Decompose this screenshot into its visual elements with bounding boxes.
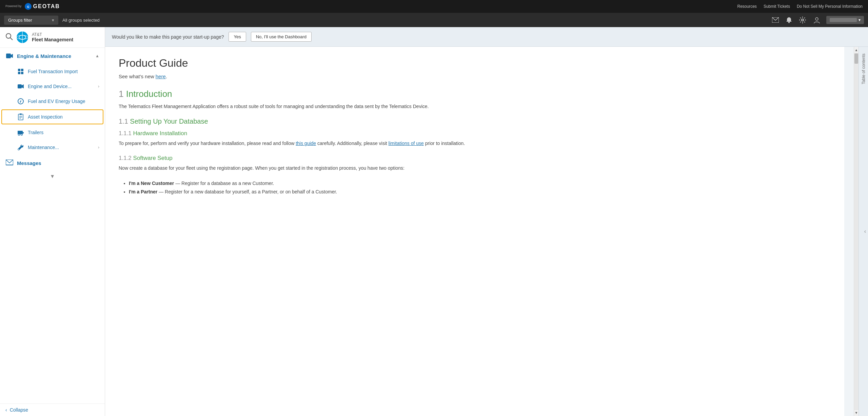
logo-area: Powered by G GEOTAB (5, 3, 60, 10)
bullet-1-bold: I'm a Partner (129, 189, 157, 194)
bell-icon-button[interactable] (785, 15, 793, 25)
fuel-ev-icon (17, 98, 24, 105)
submit-tickets-link[interactable]: Submit Tickets (764, 4, 790, 9)
brand-text: AT&T Fleet Management (32, 32, 73, 42)
geotab-logo-icon: G (24, 3, 32, 10)
second-header: Groups filter ▾ All groups selected (0, 13, 868, 27)
top-header: Powered by G GEOTAB Resources Submit Tic… (0, 0, 868, 13)
svg-rect-16 (18, 72, 20, 74)
resources-link[interactable]: Resources (737, 4, 757, 9)
section-1-body: The Telematics Fleet Management Applicat… (119, 103, 831, 110)
search-button[interactable] (5, 33, 13, 42)
engine-device-icon (17, 83, 24, 90)
engine-device-label: Engine and Device... (28, 84, 72, 89)
engine-device-arrow-icon: › (98, 84, 99, 89)
engine-maintenance-icon (5, 52, 14, 60)
section-112-heading: 1.1.2 Software Setup (119, 155, 831, 162)
top-nav: Resources Submit Tickets Do Not Sell My … (737, 4, 863, 9)
maintenance-label: Maintenance... (28, 145, 59, 150)
bullet-item-1: I'm a Partner — Register for a new datab… (129, 188, 831, 196)
asset-inspection-icon (17, 113, 24, 120)
fuel-transaction-icon (17, 68, 24, 75)
bullet-item-0: I'm a New Customer — Register for a data… (129, 179, 831, 188)
email-icon (772, 17, 779, 23)
gear-icon-button[interactable] (798, 15, 807, 25)
section-112-num: 1.1.2 (119, 155, 133, 161)
toc-label[interactable]: Table of contents (861, 54, 866, 84)
svg-text:G: G (27, 5, 29, 8)
scrollbar: ▲ ▼ (854, 47, 859, 416)
engine-maintenance-collapse-icon: ▲ (95, 54, 99, 58)
product-guide-subtitle: See what's new here. (119, 74, 831, 79)
sidebar-item-fuel-ev[interactable]: Fuel and EV Energy Usage (0, 94, 105, 109)
sidebar-nav: Engine & Maintenance ▲ Fuel Transaction … (0, 48, 105, 403)
sidebar-item-messages[interactable]: Messages (0, 155, 105, 171)
limitations-link[interactable]: limitations of use (389, 141, 424, 146)
svg-point-3 (788, 22, 790, 23)
svg-rect-17 (21, 72, 23, 74)
clipboard-icon (17, 113, 24, 121)
startup-yes-button[interactable]: Yes (229, 32, 246, 42)
svg-point-4 (802, 19, 804, 21)
user-icon (813, 17, 820, 23)
section-11-heading: 1.1 Setting Up Your Database (119, 118, 831, 125)
toc-sidebar: Table of contents ‹ (859, 47, 868, 416)
bullet-0-bold: I'm a New Customer (129, 181, 174, 186)
toc-collapse-icon[interactable]: ‹ (864, 228, 866, 234)
camera-icon (17, 83, 24, 90)
brand-line1: AT&T (32, 32, 73, 37)
main-layout: AT&T Fleet Management Engine & Maintenan… (0, 27, 868, 416)
svg-rect-15 (21, 69, 23, 71)
user-icon-button[interactable] (812, 15, 822, 25)
sidebar-item-trailers[interactable]: Trailers (0, 125, 105, 140)
this-guide-link[interactable]: this guide (296, 141, 316, 146)
sidebar-item-fuel-transaction[interactable]: Fuel Transaction Import (0, 64, 105, 79)
sidebar-item-engine-device[interactable]: Engine and Device... › (0, 79, 105, 94)
engine-maintenance-section: Engine & Maintenance ▲ Fuel Transaction … (0, 48, 105, 155)
do-not-sell-link[interactable]: Do Not Sell My Personal Information (797, 4, 863, 9)
fuel-ev-label: Fuel and EV Energy Usage (28, 99, 85, 104)
bullet-list: I'm a New Customer — Register for a data… (119, 179, 831, 196)
geotab-logo-text: GEOTAB (33, 3, 60, 9)
groups-filter-button[interactable]: Groups filter ▾ (4, 16, 58, 25)
section-112-body: Now create a database for your fleet usi… (119, 164, 831, 172)
scroll-thumb[interactable] (854, 54, 858, 64)
wrench-icon (17, 144, 24, 151)
svg-rect-14 (18, 69, 20, 71)
subtitle-link[interactable]: here (156, 74, 166, 79)
sidebar-collapse-button[interactable]: ‹ Collapse (0, 403, 105, 416)
engine-maintenance-header[interactable]: Engine & Maintenance ▲ (0, 48, 105, 64)
svg-point-30 (18, 149, 19, 150)
section-111-text2: carefully. Additionally, please visit (317, 141, 387, 146)
email-icon-button[interactable] (771, 16, 780, 24)
subtitle-text: See what's new (119, 74, 154, 79)
svg-point-27 (18, 134, 20, 136)
collapse-arrow-icon: ‹ (5, 407, 7, 413)
subtitle-end: . (166, 74, 167, 79)
section-11-num: 1.1 (119, 118, 130, 125)
section-111-text1: To prepare for, perform and verify your … (119, 141, 294, 146)
messages-icon (5, 159, 14, 167)
maintenance-arrow-icon: › (98, 145, 99, 150)
maintenance-icon (17, 144, 24, 151)
sidebar-item-maintenance[interactable]: Maintenance... › (0, 140, 105, 155)
engine-maintenance-label: Engine & Maintenance (17, 53, 71, 59)
section-111-num: 1.1.1 (119, 130, 133, 137)
svg-rect-18 (18, 84, 22, 88)
scroll-up-arrow[interactable]: ▲ (854, 47, 859, 54)
groups-filter-chevron-icon: ▾ (52, 18, 54, 23)
startup-bar: Would you like to make this page your st… (105, 27, 868, 47)
startup-no-button[interactable]: No, I'll use the Dashboard (251, 32, 312, 42)
user-dropdown-chevron-icon: ▾ (859, 18, 861, 22)
svg-rect-29 (23, 132, 24, 133)
all-groups-text: All groups selected (62, 18, 100, 23)
section-111-text3: prior to installation. (425, 141, 465, 146)
scroll-down-arrow[interactable]: ▼ (854, 409, 859, 416)
sidebar-item-asset-inspection[interactable]: Asset Inspection (1, 109, 103, 124)
fuel-transaction-label: Fuel Transaction Import (28, 69, 78, 74)
trailer-icon (17, 129, 24, 136)
content-scroll[interactable]: Product Guide See what's new here. 1 Int… (105, 47, 844, 416)
user-dropdown-button[interactable]: ▾ (826, 16, 864, 24)
sidebar: AT&T Fleet Management Engine & Maintenan… (0, 27, 105, 416)
envelope-icon (6, 160, 13, 166)
